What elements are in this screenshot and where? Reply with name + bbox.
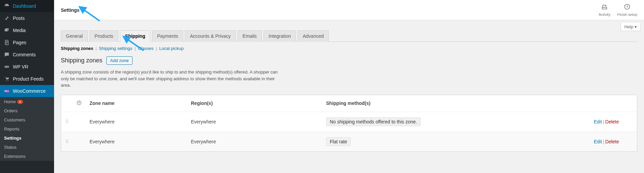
drag-handle-icon[interactable]: ⠿ xyxy=(61,132,73,151)
tab-products[interactable]: Products xyxy=(90,30,118,42)
sidebar-subitem-home[interactable]: Home4 xyxy=(0,97,54,106)
media-icon xyxy=(3,27,10,34)
svg-point-1 xyxy=(5,66,6,67)
tab-shipping[interactable]: Shipping xyxy=(120,30,150,42)
dashboard-icon xyxy=(3,3,10,9)
subtab-local-pickup[interactable]: Local pickup xyxy=(159,46,183,51)
subtab-shipping-zones[interactable]: Shipping zones xyxy=(61,46,93,51)
activity-button[interactable]: Activity xyxy=(599,3,611,17)
col-regions: Region(s) xyxy=(187,95,322,112)
wpvr-icon xyxy=(3,63,10,70)
activity-icon xyxy=(599,3,611,12)
svg-point-2 xyxy=(7,66,8,67)
edit-link[interactable]: Edit xyxy=(594,139,602,144)
sidebar-subitem-status[interactable]: Status xyxy=(0,143,54,152)
table-row: ⠿EverywhereEverywhereFlat rateEdit|Delet… xyxy=(61,132,637,151)
svg-point-8 xyxy=(605,5,606,6)
pages-icon xyxy=(3,39,10,46)
tab-accounts-privacy[interactable]: Accounts & Privacy xyxy=(185,30,236,42)
svg-text:?: ? xyxy=(78,101,80,104)
svg-text:Woo: Woo xyxy=(5,90,9,92)
help-icon[interactable]: ? xyxy=(73,95,85,112)
delete-link[interactable]: Delete xyxy=(605,139,619,144)
page-title: Settings xyxy=(61,7,79,13)
method-pill: No shipping methods offered to this zone… xyxy=(326,117,421,126)
tab-integration[interactable]: Integration xyxy=(264,30,296,42)
methods-cell: No shipping methods offered to this zone… xyxy=(322,112,590,132)
sidebar-item-posts[interactable]: Posts xyxy=(0,12,54,24)
zone-name-cell[interactable]: Everywhere xyxy=(85,112,187,132)
shipping-zones-table: ? Zone name Region(s) Shipping method(s)… xyxy=(61,95,637,152)
add-zone-button[interactable]: Add zone xyxy=(106,56,132,65)
finish-setup-button[interactable]: Finish setup xyxy=(617,3,637,17)
svg-rect-0 xyxy=(4,66,9,68)
svg-rect-7 xyxy=(602,7,607,9)
woo-icon: Woo xyxy=(3,88,10,94)
col-methods: Shipping method(s) xyxy=(322,95,590,112)
edit-link[interactable]: Edit xyxy=(594,119,602,124)
tab-payments[interactable]: Payments xyxy=(152,30,183,42)
regions-cell: Everywhere xyxy=(187,132,322,151)
sidebar-item-pages[interactable]: Pages xyxy=(0,36,54,49)
sidebar-subitem-extensions[interactable]: Extensions xyxy=(0,152,54,161)
comments-icon xyxy=(3,51,10,58)
sidebar-item-dashboard[interactable]: Dashboard xyxy=(0,0,54,12)
tab-emails[interactable]: Emails xyxy=(238,30,262,42)
zone-name-cell[interactable]: Everywhere xyxy=(85,132,187,151)
subtab-classes[interactable]: Classes xyxy=(138,46,153,51)
subtab-shipping-settings[interactable]: Shipping settings xyxy=(99,46,132,51)
sidebar-item-media[interactable]: Media xyxy=(0,24,54,36)
sidebar-item-comments[interactable]: Comments xyxy=(0,49,54,61)
clock-icon xyxy=(617,3,637,12)
help-button[interactable]: Help ▾ xyxy=(621,23,641,31)
tab-general[interactable]: General xyxy=(61,30,88,42)
sidebar-subitem-orders[interactable]: Orders xyxy=(0,106,54,115)
method-pill: Flat rate xyxy=(326,137,351,146)
main-content: Settings Activity Finish setup Help ▾ Ge… xyxy=(54,0,644,173)
sidebar-subitem-reports[interactable]: Reports xyxy=(0,124,54,134)
sidebar-item-woocommerce[interactable]: WooWooCommerce xyxy=(0,85,54,97)
settings-tabs: GeneralProductsShippingPaymentsAccounts … xyxy=(61,30,637,42)
svg-point-4 xyxy=(8,80,8,81)
shipping-subtabs: Shipping zones | Shipping settings | Cla… xyxy=(61,42,637,55)
col-zone-name: Zone name xyxy=(85,95,187,112)
cart-icon xyxy=(3,76,10,82)
tab-advanced[interactable]: Advanced xyxy=(298,30,329,42)
admin-sidebar: DashboardPostsMediaPagesCommentsWP VRPro… xyxy=(0,0,54,173)
sidebar-item-wp-vr[interactable]: WP VR xyxy=(0,61,54,73)
section-description: A shipping zone consists of the region(s… xyxy=(61,69,280,89)
sidebar-subitem-customers[interactable]: Customers xyxy=(0,115,54,124)
sidebar-subitem-settings[interactable]: Settings xyxy=(0,134,54,143)
badge: 4 xyxy=(17,100,23,104)
methods-cell: Flat rate xyxy=(322,132,590,151)
svg-point-3 xyxy=(6,80,6,81)
drag-handle-icon[interactable]: ⠿ xyxy=(61,112,73,132)
top-bar: Settings Activity Finish setup xyxy=(54,0,644,20)
sidebar-item-product-feeds[interactable]: Product Feeds xyxy=(0,73,54,85)
delete-link[interactable]: Delete xyxy=(605,119,619,124)
regions-cell: Everywhere xyxy=(187,112,322,132)
section-heading: Shipping zones xyxy=(61,57,102,64)
table-row: ⠿EverywhereEverywhereNo shipping methods… xyxy=(61,112,637,132)
pin-icon xyxy=(3,15,10,22)
